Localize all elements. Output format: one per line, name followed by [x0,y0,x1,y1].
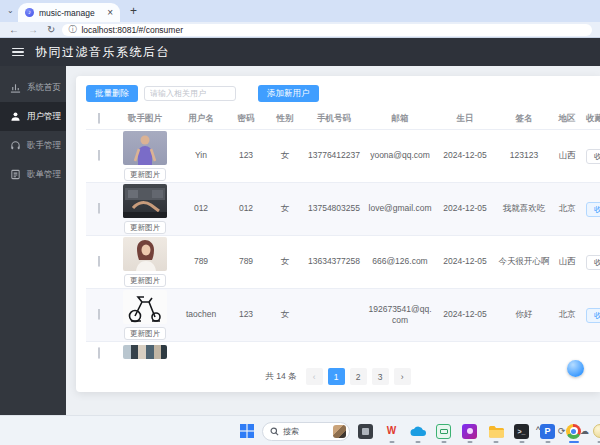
app-title: 协同过滤音乐系统后台 [35,44,170,61]
browser-tabstrip: ⌄ ♪ music-manage × + [0,0,600,22]
favorite-button[interactable]: 收藏 [586,308,600,323]
pagination-total: 共 14 条 [265,371,296,383]
col-header-image: 歌手图片 [112,113,178,124]
sidebar-item-home[interactable]: 系统首页 [0,73,66,102]
cell-region: 山西 [552,256,582,267]
user-photo [123,184,167,218]
bar-chart-icon [10,82,21,93]
update-image-button[interactable]: 更新图片 [124,327,166,340]
cell-region: 山西 [552,150,582,161]
back-icon[interactable]: ← [9,22,19,38]
page-info-icon[interactable]: ⓘ [68,24,76,35]
cell-username: taochen [178,309,224,320]
tray-expand-caret-icon[interactable]: ^ [536,425,540,435]
forward-icon[interactable]: → [28,22,38,38]
cell-password: 012 [224,203,268,214]
main-content: 批量删除 添加新用户 歌手图片 用户名 密码 性别 手机号码 邮箱 生日 签名 … [66,66,600,415]
col-header-birthday: 生日 [434,113,496,124]
user-search-input[interactable] [144,86,236,101]
cell-gender: 女 [268,203,302,214]
cell-email: love@gmail.com [366,203,434,214]
browser-tab[interactable]: ♪ music-manage × [18,3,120,22]
cell-password: 123 [224,309,268,320]
favorite-button[interactable]: 收藏 [586,202,600,217]
sidebar-toggle-icon[interactable] [12,48,24,57]
select-all-checkbox[interactable] [98,113,100,124]
cell-signature: 我就喜欢吃 [496,203,552,214]
cell-email: 192673541@qq.com [366,304,434,326]
col-header-email: 邮箱 [366,113,434,124]
update-image-button[interactable]: 更新图片 [124,274,166,287]
table-row: 更新图片 taochen 123 女 192673541@qq.com 2024… [86,289,600,342]
table-row: 更新图片 Yin 123 女 13776412237 yoona@qq.com … [86,130,600,183]
cell-birthday: 2024-12-05 [434,203,496,214]
new-tab-button[interactable]: + [130,4,137,18]
sidebar-item-label: 用户管理 [27,111,61,123]
cell-password: 123 [224,150,268,161]
wps-icon[interactable]: W [381,418,402,444]
pagination-page-2[interactable]: 2 [350,368,367,385]
row-checkbox[interactable] [98,256,100,267]
purple-app-icon[interactable] [459,418,480,444]
browser-toolbar: ← → ↻ ⓘ localhost:8081/#/consumer [0,22,600,38]
cell-birthday: 2024-12-05 [434,309,496,320]
sidebar-item-users[interactable]: 用户管理 [0,102,66,131]
headset-icon [10,140,21,151]
site-favicon-icon: ♪ [25,8,34,17]
update-image-button[interactable]: 更新图片 [124,168,166,181]
tab-close-icon[interactable]: × [107,8,113,18]
cell-region: 北京 [552,203,582,214]
user-photo-partial [123,345,167,359]
user-management-card: 批量删除 添加新用户 歌手图片 用户名 密码 性别 手机号码 邮箱 生日 签名 … [76,76,600,392]
sidebar: 系统首页 用户管理 歌手管理 歌单管理 [0,66,66,415]
tray-sync-icon[interactable]: ⟳ [558,426,566,436]
user-photo [123,131,167,165]
tab-title: music-manage [39,8,107,18]
pagination-page-1[interactable]: 1 [328,368,345,385]
cell-phone: 13754803255 [302,203,366,214]
url-text: localhost:8081/#/consumer [81,25,183,35]
table-row: 更新图片 012 012 女 13754803255 love@gmail.co… [86,183,600,236]
address-bar[interactable]: ⓘ localhost:8081/#/consumer [62,24,592,36]
cell-username: 789 [178,256,224,267]
row-checkbox[interactable] [98,347,100,359]
refresh-icon[interactable]: ↻ [47,22,55,38]
onedrive-icon[interactable] [407,418,428,444]
row-checkbox[interactable] [98,150,100,161]
file-explorer-icon[interactable] [485,418,506,444]
cell-signature: 123123 [496,150,552,161]
app-header: 协同过滤音乐系统后台 [0,38,600,66]
start-button[interactable] [236,418,257,444]
row-checkbox[interactable] [98,203,100,214]
search-highlight-image [333,425,346,438]
cell-phone: 13776412237 [302,150,366,161]
tab-search-chevron-icon[interactable]: ⌄ [7,6,14,15]
favorite-button[interactable]: 收藏 [586,255,600,270]
col-header-region: 地区 [552,113,582,124]
sidebar-item-singers[interactable]: 歌手管理 [0,131,66,160]
pagination-next-icon[interactable]: › [394,368,411,385]
pagination-prev-icon[interactable]: ‹ [306,368,323,385]
user-photo [123,290,167,324]
floating-help-button[interactable] [567,360,584,377]
add-user-button[interactable]: 添加新用户 [258,85,319,102]
sidebar-item-playlists[interactable]: 歌单管理 [0,160,66,189]
batch-delete-button[interactable]: 批量删除 [86,85,138,102]
search-label: 搜索 [283,426,329,437]
cell-gender: 女 [268,309,302,320]
favorite-button[interactable]: 收藏 [586,149,600,164]
tray-cloud-icon[interactable]: ☁ [580,426,589,436]
cell-birthday: 2024-12-05 [434,256,496,267]
taskview-icon[interactable] [355,418,376,444]
row-checkbox[interactable] [98,309,100,320]
update-image-button[interactable]: 更新图片 [124,221,166,234]
user-photo [123,237,167,271]
screenshare-icon[interactable] [433,418,454,444]
cell-username: 012 [178,203,224,214]
pagination-page-3[interactable]: 3 [372,368,389,385]
terminal-icon[interactable]: >_ [511,418,532,444]
cell-signature: 今天很开心啊 [496,256,552,267]
taskbar-search[interactable]: 搜索 [262,422,350,441]
col-header-password: 密码 [224,113,268,124]
search-icon [270,427,279,436]
